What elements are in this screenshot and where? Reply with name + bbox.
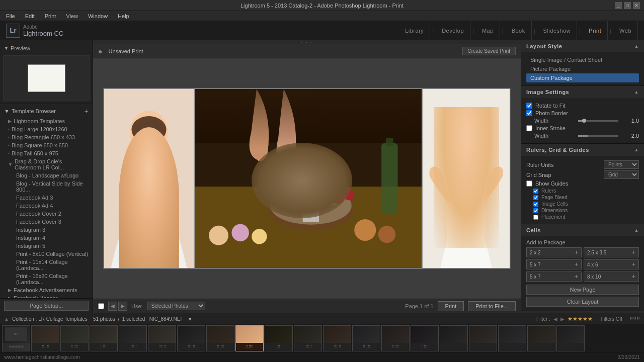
tab-slideshow[interactable]: Slideshow [537,21,578,40]
template-blog-landscape[interactable]: Blog - Landscape w/Logo [12,171,93,179]
preview-header[interactable]: ▼ Preview [3,43,90,53]
film-thumb-7[interactable]: ⠿⠿⠿ [177,325,205,351]
template-blog-tall[interactable]: - Blog Tall 650 x 975 [4,149,93,157]
cell-8x10-button[interactable]: 8 x 10 + [584,272,639,282]
ruler-units-select[interactable]: Points Inches Centimeters [604,160,639,169]
film-thumb-17[interactable] [469,325,497,351]
menu-file[interactable]: File [4,12,17,20]
menu-window[interactable]: Window [86,12,110,20]
template-instagram4[interactable]: Instagram 4 [12,234,93,242]
filter-arrow-left[interactable]: ◀ [553,316,557,322]
guide-placement-checkbox[interactable] [533,215,538,220]
film-thumb-12[interactable]: ⠿⠿⠿ [323,325,351,351]
nav-next-button[interactable]: ▶ [118,302,127,311]
film-thumb-19[interactable] [527,325,555,351]
film-thumb-selected[interactable]: ⠿⠿⠿ [235,325,264,351]
photo-cell-center[interactable] [194,88,422,268]
cell-5x7b-button[interactable]: 5 x 7 + [526,272,582,282]
template-drag-drop[interactable]: ▼ Drag & Drop Cole's Classroom LR Col... [4,157,93,171]
grid-snap-select[interactable]: Grid Cells Off [604,170,639,179]
film-thumb-16[interactable] [440,325,468,351]
template-print-16x20[interactable]: Print - 16x20 Collage (Landsca... [12,272,93,286]
film-thumb-3[interactable]: ⠿⠿⠿ [60,325,89,351]
soft-proof-checkbox[interactable] [98,303,104,309]
template-browser-header[interactable]: ▼ Template Browser + [0,105,93,117]
film-thumb-13[interactable]: ⠿⠿⠿ [352,325,380,351]
film-thumb-20[interactable] [556,325,585,351]
cell-2x2-button[interactable]: 2 x 2 + [526,247,582,257]
film-thumb-11[interactable]: ⠿⠿⠿ [294,325,322,351]
menu-print[interactable]: Print [43,12,58,20]
film-thumb-14[interactable]: ⠿⠿⠿ [381,325,410,351]
tab-book[interactable]: Book [506,21,532,40]
tab-web[interactable]: Web [613,21,638,40]
template-fb-cover3[interactable]: Facebook Cover 3 [12,218,93,226]
maximize-button[interactable]: □ [624,2,631,9]
film-thumb-5[interactable]: ⠿⠿⠿ [119,325,147,351]
cells-header[interactable]: Cells ▲ [521,224,644,236]
cell-2p5x3p5-button[interactable]: 2.5 x 3.5 + [584,247,639,257]
filter-arrow-right[interactable]: ▶ [560,316,565,322]
layout-picture-package[interactable]: Picture Package [526,64,639,73]
template-blog-vertical[interactable]: Blog - Vertical Side by Side 800... [12,179,93,194]
film-thumb-1[interactable]: ⠿⠿ [2,325,30,351]
show-guides-checkbox[interactable] [526,180,532,187]
guide-dimensions-checkbox[interactable] [533,208,538,213]
star-rating[interactable]: ★★★★★ [568,316,593,322]
guide-page-bleed-checkbox[interactable] [533,195,538,200]
menu-edit[interactable]: Edit [23,12,37,20]
template-blog-rectangle[interactable]: - Blog Rectangle 650 x 433 [4,133,93,141]
template-fb-ad4[interactable]: Facebook Ad 4 [12,202,93,210]
template-blog-square[interactable]: - Blog Square 650 x 650 [4,141,93,149]
photo-border-slider[interactable] [578,120,619,122]
add-template-icon[interactable]: + [85,107,89,115]
photo-cell-right[interactable] [422,88,510,268]
image-settings-header[interactable]: Image Settings ▲ [521,86,644,98]
film-thumb-10[interactable]: ⠿⠿⠿ [265,325,293,351]
layout-custom-package[interactable]: Custom Package [526,73,639,82]
template-instagram3[interactable]: Instagram 3 [12,226,93,234]
collapse-filmstrip-icon[interactable]: ▲ [4,316,9,322]
template-fb-ad3[interactable]: Facebook Ad 3 [12,194,93,202]
layout-style-header[interactable]: Layout Style ▲ [521,40,644,52]
window-controls[interactable]: _ □ ✕ [615,2,640,9]
film-thumb-6[interactable]: ⠿⠿⠿ [148,325,176,351]
photo-border-checkbox[interactable] [526,110,532,116]
tab-library[interactable]: Library [399,21,430,40]
tab-print[interactable]: Print [583,21,608,40]
create-saved-print-button[interactable]: Create Saved Print [462,47,516,55]
template-fb-cover2[interactable]: Facebook Cover 2 [12,210,93,218]
use-select[interactable]: Selected Photos All Filmstrip Photos Fla… [147,302,205,310]
rotate-to-fit-checkbox[interactable] [526,103,532,109]
top-resize-handle[interactable]: • • • [93,40,521,44]
film-thumb-4[interactable]: ⠿⠿⠿ [90,325,118,351]
tab-develop[interactable]: Develop [436,21,470,40]
template-fb-header[interactable]: ▶ Facebook Header [4,294,93,298]
guide-rulers-checkbox[interactable] [533,189,538,194]
print-button[interactable]: Print [438,301,464,311]
rulers-grid-guides-header[interactable]: Rulers, Grid & Guides ▲ [521,144,644,156]
film-thumb-8[interactable]: ⠿⠿⠿ [206,325,234,351]
template-print-11x14[interactable]: Print - 11x14 Collage (Landsca... [12,258,93,272]
minimize-button[interactable]: _ [615,2,622,9]
film-thumb-15[interactable]: ⠿⠿⠿ [411,325,439,351]
film-thumb-2[interactable]: ⠿⠿⠿ [31,325,59,351]
inner-stroke-slider[interactable] [578,135,619,137]
guide-image-cells-checkbox[interactable] [533,202,538,207]
new-page-button[interactable]: New Page [526,285,639,295]
template-lightroom-templates[interactable]: ▶ Lightroom Templates [4,117,93,125]
cell-5x7-button[interactable]: 5 x 7 + [526,259,582,269]
film-thumb-18[interactable] [498,325,526,351]
inner-stroke-checkbox[interactable] [526,125,532,131]
tab-map[interactable]: Map [476,21,500,40]
nav-prev-button[interactable]: ◀ [108,302,117,311]
photo-cell-left[interactable] [104,88,194,268]
page-setup-button[interactable]: Page Setup... [4,301,89,311]
template-blog-large[interactable]: - Blog Large 1200x1260 [4,125,93,133]
print-to-file-button[interactable]: Print to File... [468,301,516,311]
cell-4x6-button[interactable]: 4 x 6 + [584,259,639,269]
layout-single-image[interactable]: Single Image / Contact Sheet [526,55,639,64]
template-instagram5[interactable]: Instagram 5 [12,242,93,250]
close-button[interactable]: ✕ [633,2,640,9]
clear-layout-button[interactable]: Clear Layout [526,297,639,307]
